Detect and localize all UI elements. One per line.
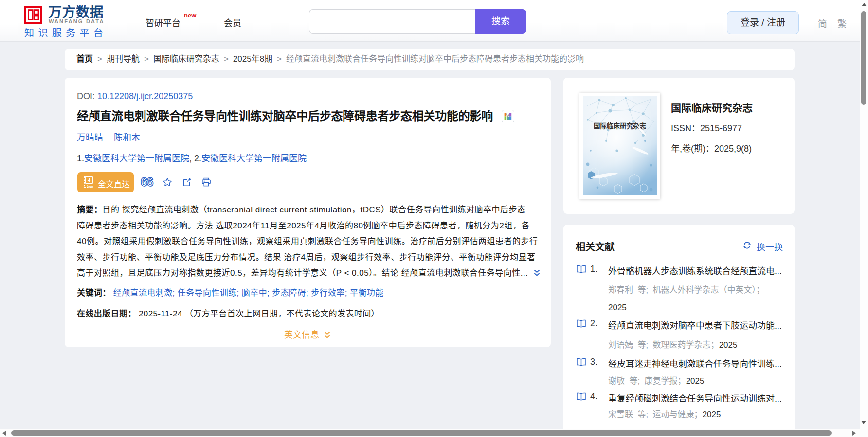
svg-text:free: free <box>87 184 93 189</box>
